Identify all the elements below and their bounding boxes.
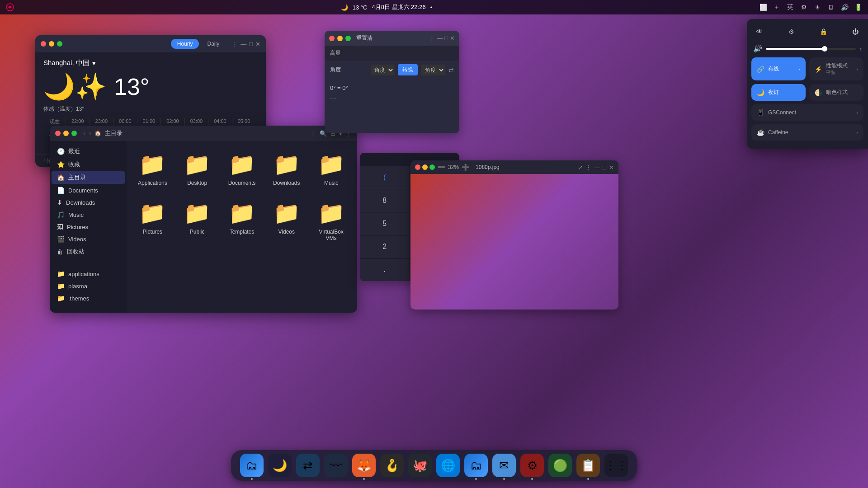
sidebar-item-documents[interactable]: 📄 Documents (52, 184, 125, 196)
iv-fullscreen-icon[interactable]: ⤢ (578, 164, 583, 171)
sidebar-item-plasma[interactable]: 📁 plasma (52, 280, 125, 292)
dock-item-kdev[interactable]: ⚙ (520, 454, 544, 477)
sidebar-item-themes[interactable]: 📁 .themes (52, 292, 125, 304)
trans-lang-src[interactable]: 角度 (330, 66, 367, 74)
calc-btn-8[interactable]: 8 (360, 189, 410, 212)
weather-more-icon[interactable]: ⋮ (232, 41, 238, 47)
weather-tab-daily[interactable]: Daily (201, 39, 226, 49)
sidebar-item-music[interactable]: 🎵 Music (52, 209, 125, 221)
qs-tile-nightlight[interactable]: 🌙 夜灯 (751, 84, 806, 101)
calc-btn-2[interactable]: 2 (360, 235, 410, 258)
folder-public[interactable]: 📁 Public (179, 197, 216, 245)
folder-videos[interactable]: 📁 Videos (268, 197, 305, 245)
dock-item-firefox[interactable]: 🦊 (352, 454, 376, 477)
weather-close-btn[interactable] (41, 41, 46, 47)
topbar-logo[interactable] (5, 3, 14, 12)
dock-item-kde[interactable]: 🌙 (268, 454, 292, 477)
trans-max-btn[interactable] (345, 36, 351, 41)
weather-tab-hourly[interactable]: Hourly (171, 39, 199, 49)
topbar-brightness-icon[interactable]: ☀ (813, 3, 822, 12)
fm-more-icon[interactable]: ⋮ (310, 130, 316, 137)
sidebar-item-pictures[interactable]: 🖼 Pictures (52, 221, 125, 233)
trans-min-icon[interactable]: — (437, 35, 443, 42)
trans-box-icon[interactable]: □ (444, 35, 448, 42)
weather-win-close-icon[interactable]: ✕ (255, 41, 260, 47)
dock-item-wave[interactable]: 〰 (324, 454, 348, 477)
calc-btn-open-paren[interactable]: ( (360, 166, 410, 189)
sidebar-item-videos[interactable]: 🎬 Videos (52, 233, 125, 245)
qs-tile-performance[interactable]: ⚡ 性能模式 平衡 › (809, 57, 863, 80)
trans-lang-src-select[interactable]: 角度 (371, 65, 394, 75)
dock-item-clip[interactable]: 📋 (576, 454, 600, 477)
fm-min-btn[interactable] (63, 131, 69, 136)
folder-documents[interactable]: 📁 Documents (223, 148, 261, 190)
trans-extra-icon[interactable]: ⋯ (330, 95, 336, 102)
dock-item-files2[interactable]: 🗂 (464, 454, 488, 477)
dock-item-github[interactable]: 🐙 (408, 454, 432, 477)
iv-zoom-in-icon[interactable]: ➕ (462, 164, 469, 171)
sidebar-item-recent[interactable]: 🕐 最近 (52, 145, 125, 158)
dock-item-mail[interactable]: ✉ (492, 454, 516, 477)
iv-win-min-icon[interactable]: — (594, 164, 600, 171)
weather-win-box-icon[interactable]: □ (249, 41, 253, 47)
qs-power-icon[interactable]: ⏻ (849, 25, 862, 38)
topbar-settings-icon[interactable]: ⚙ (799, 3, 808, 12)
dock-item-edge[interactable]: 🌐 (436, 454, 460, 477)
qs-lock-icon[interactable]: 🔒 (817, 25, 830, 38)
qs-tile-wired[interactable]: 🔗 有线 › (751, 57, 806, 80)
qs-settings-icon[interactable]: ⚙ (785, 25, 798, 38)
trans-win-close-icon[interactable]: ✕ (450, 35, 455, 42)
fm-nav-back[interactable]: ‹ (83, 130, 85, 137)
sidebar-item-starred[interactable]: ⭐ 收藏 (52, 158, 125, 171)
trans-close-btn[interactable] (329, 36, 335, 41)
qs-tile-gsconnect[interactable]: 📱 GSConnect › (751, 104, 863, 121)
dock-item-files[interactable]: 🗂 (240, 454, 264, 477)
folder-applications[interactable]: 📁 Applications (134, 148, 171, 190)
trans-min-btn[interactable] (337, 36, 343, 41)
iv-min-btn[interactable] (422, 164, 428, 170)
topbar-lang-icon[interactable]: 英 (786, 3, 795, 12)
iv-close-btn[interactable] (415, 164, 420, 170)
iv-win-close-icon[interactable]: ✕ (609, 164, 614, 171)
folder-desktop[interactable]: 📁 Desktop (179, 148, 216, 190)
topbar-volume-icon[interactable]: 🔊 (840, 3, 849, 12)
trans-action-btn[interactable]: 转换 (398, 64, 418, 75)
sidebar-item-downloads[interactable]: ⬇ Downloads (52, 197, 125, 208)
qs-vol-arrow[interactable]: › (859, 45, 862, 52)
weather-win-min-icon[interactable]: — (241, 41, 246, 47)
qs-tile-darkmode[interactable]: 🌗 暗色样式 (809, 84, 863, 101)
fm-max-btn[interactable] (71, 131, 77, 136)
dock-item-appgrid[interactable]: ⋮⋮ (604, 454, 628, 477)
topbar-battery-icon[interactable]: 🔋 (854, 3, 863, 12)
qs-wired-arrow[interactable]: › (798, 66, 800, 72)
dock-item-hook[interactable]: 🪝 (380, 454, 404, 477)
dock-item-app2[interactable]: 🟢 (548, 454, 572, 477)
sidebar-item-home[interactable]: 🏠 主目录 (52, 171, 125, 184)
folder-music[interactable]: 📁 Music (312, 148, 350, 190)
folder-virtualbox[interactable]: 📁 VirtualBox VMs (312, 197, 350, 245)
dock-item-settings[interactable]: ⇄ (296, 454, 320, 477)
qs-gsconnect-arrow[interactable]: › (856, 110, 858, 115)
calc-btn-dot[interactable]: . (360, 258, 410, 281)
folder-pictures[interactable]: 📁 Pictures (134, 197, 171, 245)
trans-more-icon[interactable]: ⋮ (429, 35, 435, 42)
qs-caffeine-arrow[interactable]: › (856, 130, 858, 135)
topbar-plus-icon[interactable]: ＋ (772, 3, 781, 12)
iv-win-box-icon[interactable]: □ (603, 164, 606, 171)
weather-max-btn[interactable] (57, 41, 62, 47)
sidebar-item-applications[interactable]: 📁 applications (52, 268, 125, 280)
qs-perf-arrow[interactable]: › (856, 66, 858, 72)
sidebar-item-trash[interactable]: 🗑 回收站 (52, 245, 125, 258)
fm-nav-forward[interactable]: › (89, 130, 91, 137)
trans-swap-icon[interactable]: ⇄ (448, 66, 454, 74)
calc-btn-5[interactable]: 5 (360, 212, 410, 235)
iv-more-icon[interactable]: ⋮ (585, 164, 591, 171)
topbar-screenshot-icon[interactable]: ⬜ (759, 3, 768, 12)
qs-vol-slider[interactable] (766, 48, 856, 50)
iv-zoom-out-icon[interactable]: ➖ (438, 164, 445, 171)
folder-templates[interactable]: 📁 Templates (223, 197, 261, 245)
folder-downloads[interactable]: 📁 Downloads (268, 148, 305, 190)
trans-lang-dst-select[interactable]: 角度 (421, 65, 445, 75)
weather-min-btn[interactable] (49, 41, 54, 47)
qs-privacy-icon[interactable]: 👁 (753, 25, 766, 38)
